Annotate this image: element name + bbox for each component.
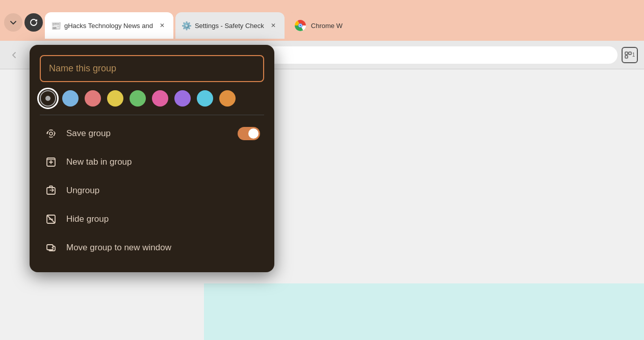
save-group-toggle[interactable] — [238, 127, 260, 140]
new-tab-in-group-icon — [44, 155, 58, 169]
save-group-label: Save group — [66, 128, 111, 139]
svg-rect-6 — [629, 52, 631, 55]
svg-rect-5 — [625, 52, 628, 55]
grid-icon — [625, 51, 632, 59]
ungroup-menu-item[interactable]: Ungroup — [40, 176, 264, 205]
tab-ghacks-title: gHacks Technology News and — [64, 22, 153, 30]
tab-settings-title: Settings - Safety Check — [195, 22, 264, 30]
color-grey-button[interactable] — [40, 90, 56, 107]
chevron-down-icon — [10, 19, 17, 26]
refresh-icon — [29, 18, 38, 27]
hide-group-label: Hide group — [66, 214, 109, 224]
ungroup-icon — [44, 184, 58, 198]
tab-icon-button[interactable] — [24, 13, 43, 32]
move-group-icon — [44, 241, 58, 255]
group-menu-items: Save group New tab in group — [40, 119, 264, 262]
chrome-tab-bar: 📰 gHacks Technology News and ✕ ⚙️ Settin… — [0, 0, 644, 41]
chrome-logo-icon — [295, 20, 306, 31]
svg-point-8 — [49, 132, 53, 135]
move-group-menu-item[interactable]: Move group to new window — [40, 233, 264, 262]
color-green-button[interactable] — [130, 90, 146, 107]
tab-ghacks[interactable]: 📰 gHacks Technology News and ✕ — [45, 12, 173, 39]
tab-count: 1 — [632, 52, 635, 58]
color-orange-button[interactable] — [219, 90, 236, 107]
tab-settings[interactable]: ⚙️ Settings - Safety Check ✕ — [175, 12, 285, 39]
color-cyan-button[interactable] — [197, 90, 213, 107]
back-arrow-icon — [10, 50, 19, 60]
tab-group-dropdown: Save group New tab in group — [30, 45, 274, 272]
color-selector-row — [40, 90, 264, 115]
ungroup-label: Ungroup — [66, 186, 99, 196]
toggle-knob — [248, 128, 259, 139]
chrome-tab-label: Chrome W — [311, 22, 343, 30]
color-blue-button[interactable] — [62, 90, 79, 107]
tab-grid-button[interactable]: 1 — [622, 47, 638, 63]
teal-section — [204, 283, 644, 340]
svg-point-4 — [299, 24, 301, 27]
new-tab-in-group-label: New tab in group — [66, 157, 132, 167]
color-purple-button[interactable] — [174, 90, 191, 107]
hide-group-menu-item[interactable]: Hide group — [40, 205, 264, 233]
group-name-input[interactable] — [40, 55, 264, 82]
tab-list-dropdown-button[interactable] — [4, 13, 22, 32]
save-group-icon — [44, 126, 58, 141]
chrome-window-tab[interactable]: Chrome W — [287, 12, 368, 39]
back-button[interactable] — [6, 47, 22, 63]
new-tab-in-group-menu-item[interactable]: New tab in group — [40, 148, 264, 176]
color-magenta-button[interactable] — [152, 90, 168, 107]
tab-ghacks-favicon: 📰 — [51, 21, 60, 30]
svg-rect-7 — [625, 56, 628, 58]
move-group-label: Move group to new window — [66, 243, 171, 253]
tab-bar: 📰 gHacks Technology News and ✕ ⚙️ Settin… — [4, 0, 368, 41]
tab-settings-favicon: ⚙️ — [182, 21, 191, 30]
save-group-menu-item[interactable]: Save group — [40, 119, 264, 148]
svg-rect-11 — [47, 188, 55, 194]
tab-ghacks-close-button[interactable]: ✕ — [157, 20, 167, 31]
color-pink-button[interactable] — [85, 90, 101, 107]
hide-group-icon — [44, 212, 58, 226]
color-yellow-button[interactable] — [107, 90, 123, 107]
tab-settings-close-button[interactable]: ✕ — [268, 20, 278, 31]
